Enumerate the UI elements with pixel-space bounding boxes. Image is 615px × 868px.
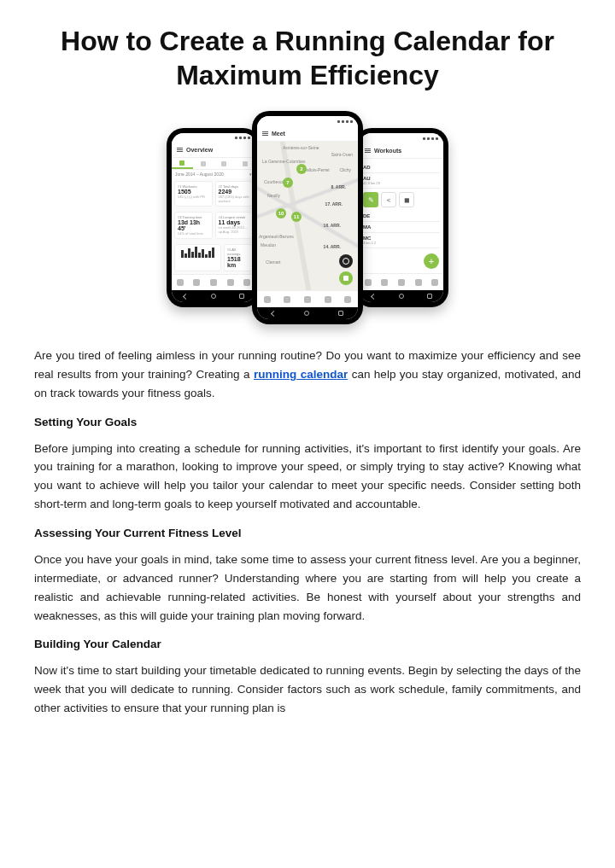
- stat-sub: 535 (-) (-) with PR: [178, 195, 209, 199]
- heading-goals: Setting Your Goals: [34, 416, 581, 428]
- map-arr: 8. ARR.: [331, 184, 346, 189]
- map-place: Saint-Ouen: [331, 152, 353, 157]
- paragraph-goals: Before jumping into creating a schedule …: [34, 440, 581, 514]
- stat-value: 13d 13h 45': [178, 219, 209, 231]
- map-arr: 16. ARR.: [324, 223, 341, 228]
- workout-item: DE: [363, 213, 440, 218]
- map-view: Asnières-sur-Seine Saint-Ouen La Garenne…: [257, 142, 358, 290]
- workout-item: AD: [363, 165, 440, 170]
- stat-value: 11 days: [219, 219, 250, 225]
- hamburger-icon: [177, 148, 183, 152]
- bookmark-icon: ◼: [399, 192, 414, 207]
- map-place: Clichy: [339, 167, 351, 172]
- phone-right-title: Workouts: [374, 148, 401, 154]
- stat-sub: 507 (23%) days with workout: [219, 195, 250, 203]
- add-fab-icon: +: [424, 253, 439, 269]
- map-place: Argenteuil-Bezons: [259, 234, 294, 239]
- locate-fab-icon: [339, 254, 353, 268]
- share-icon: <: [381, 192, 396, 207]
- heading-calendar: Building Your Calendar: [34, 638, 581, 650]
- hero-image: Overview June 2014 – August 2020 ▾ #1 Wo…: [34, 111, 581, 324]
- map-place: Neuilly: [267, 193, 280, 198]
- paragraph-fitness: Once you have your goals in mind, take s…: [34, 551, 581, 625]
- stat-label: #5 All runnings: [227, 248, 249, 256]
- phone-left-overview: Overview June 2014 – August 2020 ▾ #1 Wo…: [167, 128, 261, 307]
- phone-left-title: Overview: [186, 147, 213, 153]
- stat-value: 1505: [178, 189, 209, 195]
- map-place: Clamart: [266, 259, 281, 265]
- heading-fitness: Assessing Your Current Fitness Level: [34, 527, 581, 539]
- page-title: How to Create a Running Calendar for Max…: [34, 24, 581, 92]
- stat-value: 1518 km: [227, 256, 249, 268]
- hamburger-icon: [365, 149, 371, 153]
- stat-sub: on week 40 2015 – up Aug. 2019: [219, 225, 250, 234]
- phone-center-title: Meet: [272, 131, 285, 137]
- map-place: Asnières-sur-Seine: [283, 145, 319, 150]
- phone-right-workouts: Workouts AD AU42.3 km 23 ✎ < ◼ DE MA MC3…: [354, 128, 448, 307]
- running-calendar-link[interactable]: running calendar: [254, 368, 348, 381]
- article-body: Are you tired of feeling aimless in your…: [34, 347, 581, 718]
- map-pin: 11: [291, 212, 302, 222]
- map-pin: 2: [296, 164, 307, 174]
- map-arr: 14. ARR.: [324, 244, 341, 249]
- map-place: Meudon: [261, 242, 276, 248]
- stat-sub: 54% of total time: [178, 231, 209, 236]
- bar-chart-icon: [178, 248, 218, 259]
- edit-icon: ✎: [363, 192, 378, 207]
- overview-date-range: June 2014 – August 2020: [175, 172, 224, 177]
- hamburger-icon: [262, 131, 268, 136]
- phone-center-map: Meet Asnières-sur-Seine Saint-Ouen La Ga…: [252, 111, 363, 324]
- map-arr: 17. ARR.: [325, 201, 343, 207]
- paragraph-calendar: Now it's time to start building your tim…: [34, 661, 581, 718]
- layers-fab-icon: [339, 271, 353, 285]
- stat-value: 2249: [219, 189, 250, 195]
- map-place: La Garenne-Colombes: [262, 159, 306, 164]
- intro-paragraph: Are you tired of feeling aimless in your…: [34, 347, 581, 403]
- workout-item: MA: [363, 224, 440, 230]
- map-pin: 7: [283, 178, 293, 188]
- map-pin: 10: [276, 208, 286, 218]
